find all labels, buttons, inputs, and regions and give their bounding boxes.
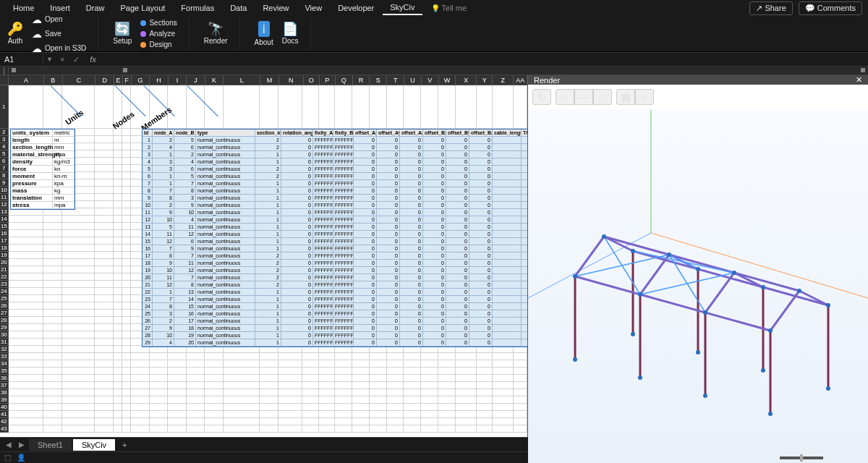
cell[interactable] <box>477 353 493 360</box>
cell[interactable] <box>95 187 114 194</box>
cell[interactable] <box>514 404 527 411</box>
cell[interactable] <box>95 208 114 216</box>
cell[interactable] <box>122 208 131 216</box>
units-row[interactable]: material_strengthmpa <box>11 151 75 158</box>
cell[interactable] <box>122 281 131 288</box>
members-row[interactable]: 191012normal_continuous20FFFFFFFFFFFF000… <box>142 267 527 274</box>
cell[interactable] <box>302 375 318 382</box>
cell[interactable] <box>438 382 456 389</box>
cell[interactable] <box>95 389 114 396</box>
cell[interactable] <box>62 382 95 389</box>
cell[interactable] <box>456 404 477 411</box>
cell[interactable] <box>514 382 527 389</box>
cell[interactable] <box>114 353 122 360</box>
row-header[interactable]: 20 <box>0 259 9 266</box>
cell[interactable] <box>95 158 114 165</box>
auth-button[interactable]: 🔑Auth <box>4 21 26 46</box>
row-header[interactable]: 32 <box>0 346 9 353</box>
row-header[interactable]: 41 <box>0 411 9 418</box>
cell[interactable] <box>335 360 352 368</box>
cell[interactable] <box>302 396 318 404</box>
cell[interactable] <box>187 418 205 425</box>
cell[interactable] <box>493 411 514 418</box>
cell[interactable] <box>131 85 150 129</box>
cell[interactable] <box>421 360 438 368</box>
cell[interactable] <box>62 216 95 223</box>
cell[interactable] <box>122 295 131 302</box>
cell[interactable] <box>224 382 260 389</box>
cell[interactable] <box>122 201 131 208</box>
cell[interactable] <box>302 404 318 411</box>
cell[interactable] <box>122 324 131 331</box>
cell[interactable] <box>224 404 260 411</box>
members-row[interactable]: 26217normal_continuous10FFFFFFFFFFFF0000… <box>142 318 527 325</box>
cell[interactable] <box>404 404 421 411</box>
cell[interactable] <box>95 310 114 317</box>
col-header[interactable]: T <box>387 75 404 85</box>
cell[interactable] <box>122 252 131 259</box>
col-header[interactable]: W <box>439 75 456 85</box>
cell[interactable] <box>9 252 44 259</box>
cell[interactable] <box>122 273 131 281</box>
cell[interactable] <box>122 339 131 346</box>
cell[interactable] <box>95 266 114 273</box>
col-header[interactable]: S <box>370 75 387 85</box>
cell[interactable] <box>456 396 477 404</box>
cell[interactable] <box>62 346 95 353</box>
cell[interactable] <box>9 216 44 223</box>
row-header[interactable]: 19 <box>0 252 9 259</box>
cell[interactable] <box>438 368 456 375</box>
cell[interactable] <box>404 396 421 404</box>
cell[interactable] <box>9 346 44 353</box>
cell[interactable] <box>421 411 438 418</box>
cell[interactable] <box>477 382 493 389</box>
sheet-tab-sheet1[interactable]: Sheet1 <box>29 439 72 451</box>
fx-confirm[interactable]: ✓ <box>69 55 84 64</box>
col-header[interactable]: O <box>304 75 320 85</box>
cell[interactable] <box>131 404 150 411</box>
cell[interactable] <box>278 404 303 411</box>
cell[interactable] <box>260 360 278 368</box>
cell[interactable] <box>205 418 224 425</box>
cell[interactable] <box>370 375 387 382</box>
cell[interactable] <box>114 273 122 281</box>
cell[interactable] <box>260 382 278 389</box>
members-row[interactable]: 312normal_continuous10FFFFFFFFFFFF000000 <box>142 151 527 158</box>
row-header[interactable]: 39 <box>0 396 9 404</box>
setup-button[interactable]: 🔄Setup <box>110 21 135 46</box>
cell[interactable] <box>9 324 44 331</box>
cell[interactable] <box>456 411 477 418</box>
cell[interactable] <box>62 418 95 425</box>
cell[interactable] <box>122 223 131 230</box>
cell[interactable] <box>114 295 122 302</box>
cell[interactable] <box>260 418 278 425</box>
cell[interactable] <box>224 411 260 418</box>
cell[interactable] <box>114 136 122 143</box>
row-header[interactable]: 1 <box>0 85 9 129</box>
cell[interactable] <box>150 404 169 411</box>
members-row[interactable]: 615normal_continuous20FFFFFFFFFFFF000000 <box>142 173 527 180</box>
cell[interactable] <box>387 368 404 375</box>
cell[interactable] <box>95 404 114 411</box>
cell[interactable] <box>9 281 44 288</box>
cell[interactable] <box>278 382 303 389</box>
cell[interactable] <box>335 389 352 396</box>
cell[interactable] <box>477 85 493 129</box>
cell[interactable] <box>205 85 224 129</box>
col-header[interactable]: E <box>114 75 123 85</box>
cell[interactable] <box>122 179 131 187</box>
cell[interactable] <box>122 216 131 223</box>
cell[interactable] <box>477 425 493 433</box>
cell[interactable] <box>95 302 114 310</box>
cell[interactable] <box>278 389 303 396</box>
col-header[interactable]: Z <box>493 75 514 85</box>
cell[interactable] <box>438 360 456 368</box>
cell[interactable] <box>514 375 527 382</box>
cell[interactable] <box>387 353 404 360</box>
cell[interactable] <box>421 375 438 382</box>
formula-input[interactable] <box>102 54 868 65</box>
cell[interactable] <box>493 353 514 360</box>
cell[interactable] <box>205 396 224 404</box>
cell[interactable] <box>187 425 205 433</box>
units-row[interactable]: pressurekpa <box>11 180 75 187</box>
